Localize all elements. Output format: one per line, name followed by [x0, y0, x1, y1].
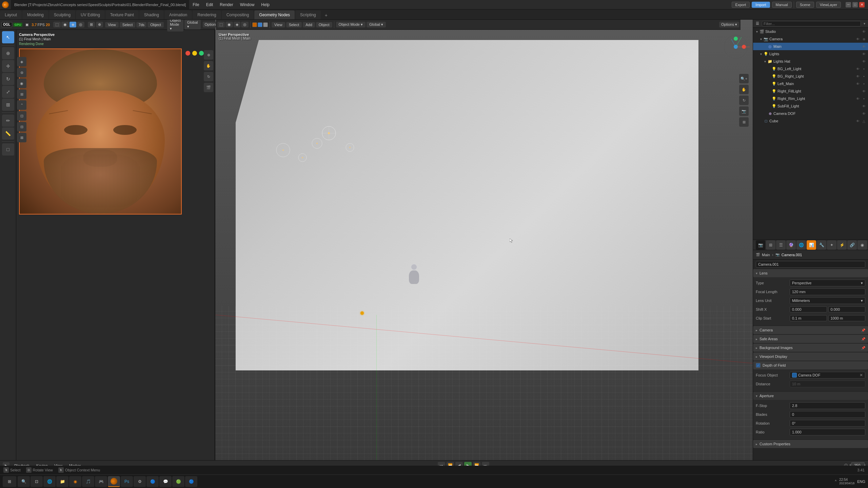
rotation-input[interactable]: 0°: [790, 420, 865, 427]
wireframe-btn[interactable]: ⬚: [53, 22, 61, 27]
taskbar-app-2[interactable]: ⚙: [134, 476, 146, 487]
tree-item-camera[interactable]: ▾ 📷 Camera 👁 ⊕: [753, 35, 868, 43]
focus-object-value[interactable]: Camera DOF ✕: [790, 372, 865, 379]
global-left[interactable]: Global ▾: [184, 20, 201, 29]
color-swatch-2[interactable]: [258, 22, 262, 27]
tree-item-lights-hat[interactable]: ▾ 📁 Lights Hat 👁: [753, 58, 868, 65]
outliner-search[interactable]: [762, 21, 861, 26]
transform-tool[interactable]: ⊞: [2, 99, 14, 111]
tree-item-main[interactable]: ◎ Main 👁: [753, 43, 868, 50]
particles-props-icon[interactable]: ✦: [827, 240, 836, 250]
tree-item-camera-dof[interactable]: ⊕ Camera DOF 👁: [753, 110, 868, 117]
taskbar-app-4[interactable]: 💬: [159, 476, 172, 487]
tab-geometry-nodes[interactable]: Geometry Nodes: [254, 11, 295, 19]
move-tool[interactable]: ✛: [2, 60, 14, 72]
render-props-icon[interactable]: 📷: [756, 240, 765, 250]
view-layer-props-icon[interactable]: ☰: [776, 240, 786, 250]
right-rendered-btn[interactable]: ◎: [241, 22, 249, 27]
eye-icon-main[interactable]: 👁: [861, 44, 867, 49]
output-props-icon[interactable]: ⊞: [766, 240, 775, 250]
windows-start-btn[interactable]: ⊞: [3, 476, 16, 487]
tree-item-studio[interactable]: ▾ 🎬 Studio 👁: [753, 28, 868, 35]
object-mode-dropdown[interactable]: Object Mode ▾: [167, 18, 183, 32]
add-primitive-tool[interactable]: □: [2, 143, 14, 156]
tab-modeling[interactable]: Modeling: [22, 11, 48, 19]
custom-props-header[interactable]: ▸ Custom Properties: [753, 440, 868, 448]
lens-unit-dropdown[interactable]: Millimeters ▾: [790, 297, 865, 304]
tab-scripting[interactable]: Scripting: [295, 11, 321, 19]
tree-item-right-fill[interactable]: 💡 Right_FillLight 👁: [753, 87, 868, 95]
camera-3d-btn[interactable]: 📷: [739, 106, 749, 116]
taskbar-edge[interactable]: 🌐: [43, 476, 56, 487]
taskbar-search[interactable]: 🔍: [18, 476, 30, 487]
camera-section-header[interactable]: ▸ Camera 📌: [753, 326, 868, 334]
material-btn[interactable]: ◈: [70, 22, 76, 27]
tree-item-left-main[interactable]: 💡 Left_Main 👁 •: [753, 80, 868, 87]
taskbar-photoshop[interactable]: Ps: [121, 476, 133, 487]
type-dropdown[interactable]: Perspective ▾: [790, 280, 865, 286]
menu-edit[interactable]: Edit: [203, 0, 217, 9]
rendered-btn[interactable]: ◎: [77, 22, 84, 27]
gizmo-btn[interactable]: ⊕: [96, 22, 103, 27]
color-swatch-theme[interactable]: [252, 22, 257, 27]
tree-item-lights[interactable]: ▾ 💡 Lights 👁: [753, 50, 868, 58]
snap-btn[interactable]: ◈: [17, 57, 26, 66]
num-7ds[interactable]: 7ds: [136, 22, 146, 27]
toolbar-extra-4[interactable]: ⊟: [17, 122, 26, 131]
camera-name-input[interactable]: Camera.001: [756, 261, 865, 268]
taskbar-app-1[interactable]: 🎮: [95, 476, 107, 487]
fstop-input[interactable]: 2.8: [790, 402, 865, 409]
dof-header[interactable]: ✓ Depth of Field: [753, 361, 868, 369]
tab-compositing[interactable]: Compositing: [222, 11, 254, 19]
taskbar-app-3[interactable]: 🔵: [146, 476, 159, 487]
select-menu-right[interactable]: Select: [286, 22, 302, 27]
annotate-tool[interactable]: ✏: [2, 115, 14, 127]
left-viewport-content[interactable]: Camera Perspective (1) Final Mesh | Main…: [16, 30, 215, 460]
clip-start-input[interactable]: 0.1 m: [790, 315, 827, 321]
falloff-btn[interactable]: ◉: [17, 79, 26, 88]
object-props-icon[interactable]: 📊: [807, 240, 816, 250]
tab-sculpting[interactable]: Sculpting: [49, 11, 75, 19]
camera-btn-left[interactable]: 🎬: [204, 83, 213, 92]
right-solid-btn[interactable]: ◉: [225, 22, 233, 27]
world-props-icon[interactable]: 🌐: [796, 240, 806, 250]
overlay-btn[interactable]: ⊞: [88, 22, 95, 27]
tree-item-subfill[interactable]: 💡 SubFill_Light 👁: [753, 102, 868, 110]
blades-input[interactable]: 0: [790, 411, 865, 418]
zoom-fit-btn[interactable]: ⊕: [204, 50, 213, 60]
shift-y-input[interactable]: 0.000: [828, 306, 866, 312]
focus-remove-btn[interactable]: ✕: [860, 373, 863, 378]
proportional-btn[interactable]: ⊚: [17, 68, 26, 77]
rotate-3d-btn[interactable]: ↻: [739, 96, 749, 105]
import-button[interactable]: Import: [752, 2, 770, 8]
eye-icon-lights-hat[interactable]: 👁: [861, 59, 867, 64]
taskbar-taskview[interactable]: ⊡: [31, 476, 43, 487]
taskbar-blender[interactable]: [108, 476, 120, 487]
right-wireframe-btn[interactable]: ⬚: [217, 22, 225, 27]
pan-3d-btn[interactable]: ✋: [739, 85, 749, 94]
cursor-tool[interactable]: ⊕: [2, 47, 14, 59]
eye-icon-right-rim[interactable]: 👁: [855, 96, 861, 101]
distance-input[interactable]: 10 m: [790, 381, 865, 387]
clip-end-input[interactable]: 1000 m: [828, 315, 866, 321]
export-button[interactable]: Export: [732, 2, 750, 8]
pan-btn[interactable]: ✋: [204, 61, 213, 70]
focal-length-input[interactable]: 120 mm: [790, 288, 865, 295]
eye-icon-left-main[interactable]: 👁: [855, 81, 861, 86]
eye-icon-right-fill[interactable]: 👁: [861, 88, 867, 94]
toolbar-extra-2[interactable]: ⌃: [17, 100, 26, 110]
select-tool[interactable]: ↖: [2, 31, 14, 43]
global-right[interactable]: Global ▾: [367, 22, 386, 27]
scene-props-icon[interactable]: 🔮: [786, 240, 796, 250]
minimize-button[interactable]: ─: [846, 2, 851, 7]
taskbar-app-5[interactable]: 🟢: [172, 476, 184, 487]
nav-gizmo[interactable]: [722, 33, 749, 60]
safe-areas-pin[interactable]: 📌: [861, 337, 865, 341]
tree-item-cube[interactable]: □ Cube 👁 △: [753, 117, 868, 125]
taskbar-media[interactable]: 🎵: [82, 476, 94, 487]
tab-texture-paint[interactable]: Texture Paint: [105, 11, 139, 19]
object-menu-left[interactable]: Object: [147, 22, 164, 27]
color-swatch-3[interactable]: [263, 22, 268, 27]
tab-rendering[interactable]: Rendering: [193, 11, 221, 19]
options-right[interactable]: Options ▾: [719, 22, 739, 27]
